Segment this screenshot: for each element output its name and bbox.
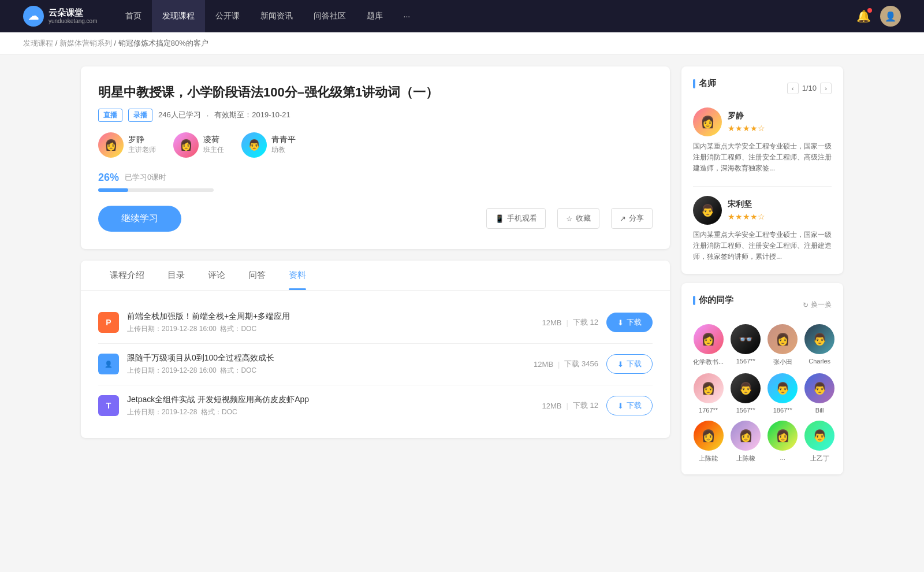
download-button-1[interactable]: ⬇ 下载 <box>606 354 653 374</box>
file-downloads-1: 下载 3456 <box>564 359 598 369</box>
mobile-icon: 📱 <box>495 214 504 223</box>
page-indicator: 1/10 <box>802 84 817 92</box>
teachers-sidebar-header: 名师 ‹ 1/10 › <box>693 78 832 98</box>
main-container: 明星中教授课，小学阶段语法100分–强化级第1讲动词（一） 直播 录播 246人… <box>58 66 866 474</box>
sidebar-teacher-stars-1: ★★★★☆ <box>728 212 765 221</box>
progress-percent: 26% <box>98 172 119 184</box>
teacher-info-0: 罗静 主讲老师 <box>128 135 156 155</box>
file-downloads-0: 下载 12 <box>573 317 598 328</box>
teacher-name-0: 罗静 <box>128 135 156 145</box>
download-label-1: 下载 <box>627 359 642 369</box>
student-name-7: Bill <box>815 407 824 414</box>
refresh-label: 换一换 <box>811 300 832 310</box>
file-downloads-2: 下载 12 <box>573 400 598 411</box>
progress-label: 26% 已学习0课时 <box>98 172 653 184</box>
star-icon: ☆ <box>566 214 573 223</box>
sidebar-teacher-0: 👩 罗静 ★★★★☆ 国内某重点大学安全工程专业硕士，国家一级注册消防工程师、注… <box>693 107 832 174</box>
continue-button[interactable]: 继续学习 <box>98 206 181 232</box>
navbar: ☁ 云朵课堂 yunduoketang.com 首页 发现课程 公开课 新闻资讯… <box>0 0 924 32</box>
tab-intro[interactable]: 课程介绍 <box>98 261 156 290</box>
teachers-sidebar-title: 名师 <box>693 78 716 89</box>
student-avatar-1: 👓 <box>731 324 761 354</box>
meta-dot: · <box>207 111 209 120</box>
nav-qa[interactable]: 问答社区 <box>303 0 356 32</box>
next-page-button[interactable]: › <box>820 83 832 94</box>
breadcrumb-link-series[interactable]: 新媒体营销系列 <box>59 39 112 47</box>
tab-qa[interactable]: 问答 <box>237 261 277 290</box>
logo[interactable]: ☁ 云朵课堂 yunduoketang.com <box>23 6 98 27</box>
file-name-2: Jetpack全组件实战 开发短视频应用高仿皮皮虾App <box>127 395 534 405</box>
teacher-avatar-1: 👩 <box>173 132 199 158</box>
student-name-0: 化学教书... <box>693 358 724 366</box>
pagination-nav: ‹ 1/10 › <box>787 83 832 94</box>
file-stats-0: 12MB | 下载 12 <box>542 317 598 328</box>
student-avatar-8: 👩 <box>694 421 724 451</box>
student-9: 👩 上陈橡 <box>731 421 761 463</box>
refresh-icon: ↻ <box>803 301 808 309</box>
download-button-0[interactable]: ⬇ 下载 <box>606 313 653 332</box>
student-avatar-9: 👩 <box>731 421 761 451</box>
file-name-0: 前端全栈加强版！前端全栈+全周期+多端应用 <box>127 311 534 322</box>
file-name-1: 跟随千万级项目从0到100全过程高效成长 <box>127 353 526 363</box>
teacher-0: 👩 罗静 主讲老师 <box>98 132 156 158</box>
student-avatar-5: 👨 <box>731 373 761 403</box>
tab-catalog[interactable]: 目录 <box>156 261 196 290</box>
course-actions: 继续学习 📱 手机观看 ☆ 收藏 ↗ 分享 <box>98 206 653 232</box>
progress-text: 已学习0课时 <box>125 172 166 183</box>
nav-public[interactable]: 公开课 <box>205 0 250 32</box>
students-sidebar-title: 你的同学 <box>693 295 733 306</box>
sidebar-teacher-info-0: 罗静 ★★★★☆ <box>728 111 765 133</box>
download-label-2: 下载 <box>627 400 642 411</box>
teacher-role-2: 助教 <box>271 145 296 155</box>
bell-icon[interactable]: 🔔 <box>856 9 871 23</box>
tabs-card: 课程介绍 目录 评论 问答 资料 P 前端全栈加强版！前端全栈+全周期+多端应用… <box>81 261 670 438</box>
user-avatar-nav[interactable]: 👤 <box>880 6 901 27</box>
nav-right: 🔔 👤 <box>856 6 901 27</box>
teacher-name-2: 青青平 <box>271 135 296 145</box>
student-name-2: 张小田 <box>773 358 792 366</box>
sidebar-teacher-stars-0: ★★★★☆ <box>728 124 765 133</box>
logo-text: 云朵课堂 yunduoketang.com <box>49 8 98 25</box>
nav-more[interactable]: ··· <box>393 0 421 32</box>
teacher-name-1: 凌荷 <box>203 135 224 145</box>
separator-1: | <box>558 360 560 369</box>
student-4: 👩 1767** <box>693 373 724 414</box>
student-name-8: 上陈能 <box>699 454 718 463</box>
sidebar-teacher-desc-0: 国内某重点大学安全工程专业硕士，国家一级注册消防工程师、注册安全工程师、高级注册… <box>693 141 832 174</box>
collect-button[interactable]: ☆ 收藏 <box>557 208 599 229</box>
breadcrumb-separator-2: / <box>114 39 118 47</box>
mobile-watch-button[interactable]: 📱 手机观看 <box>486 208 546 229</box>
download-icon-1: ⬇ <box>617 360 624 369</box>
teacher-avatar-0: 👩 <box>98 132 124 158</box>
teacher-2: 👨 青青平 助教 <box>241 132 296 158</box>
file-size-0: 12MB <box>542 318 562 327</box>
file-icon-2: T <box>98 395 119 416</box>
breadcrumb-link-discover[interactable]: 发现课程 <box>23 39 53 47</box>
share-button[interactable]: ↗ 分享 <box>611 208 653 229</box>
nav-discover[interactable]: 发现课程 <box>152 0 205 32</box>
student-10: 👩 ... <box>767 421 798 463</box>
nav-quiz[interactable]: 题库 <box>356 0 393 32</box>
file-meta-1: 上传日期：2019-12-28 16:00 格式：DOC <box>127 366 526 376</box>
nav-home[interactable]: 首页 <box>115 0 152 32</box>
sidebar-teacher-header-0: 👩 罗静 ★★★★☆ <box>693 107 832 136</box>
prev-page-button[interactable]: ‹ <box>787 83 799 94</box>
file-meta-2: 上传日期：2019-12-28 格式：DOC <box>127 407 534 417</box>
download-button-2[interactable]: ⬇ 下载 <box>606 396 653 415</box>
student-8: 👩 上陈能 <box>693 421 724 463</box>
breadcrumb-current: 销冠修炼术搞定80%的客户 <box>118 39 208 47</box>
nav-news[interactable]: 新闻资讯 <box>250 0 303 32</box>
sidebar-teacher-name-0: 罗静 <box>728 111 765 121</box>
tab-review[interactable]: 评论 <box>196 261 237 290</box>
sidebar-teacher-avatar-1: 👨 <box>693 196 722 225</box>
student-name-6: 1867** <box>773 407 792 414</box>
notification-dot <box>867 8 872 13</box>
refresh-button[interactable]: ↻ 换一换 <box>803 300 832 310</box>
file-info-0: 前端全栈加强版！前端全栈+全周期+多端应用 上传日期：2019-12-28 16… <box>127 311 534 334</box>
student-name-1: 1567** <box>736 358 755 365</box>
teacher-info-2: 青青平 助教 <box>271 135 296 155</box>
student-avatar-4: 👩 <box>694 373 724 403</box>
tab-materials[interactable]: 资料 <box>277 261 318 290</box>
file-icon-1: 👤 <box>98 354 119 374</box>
student-avatar-11: 👨 <box>804 421 834 451</box>
